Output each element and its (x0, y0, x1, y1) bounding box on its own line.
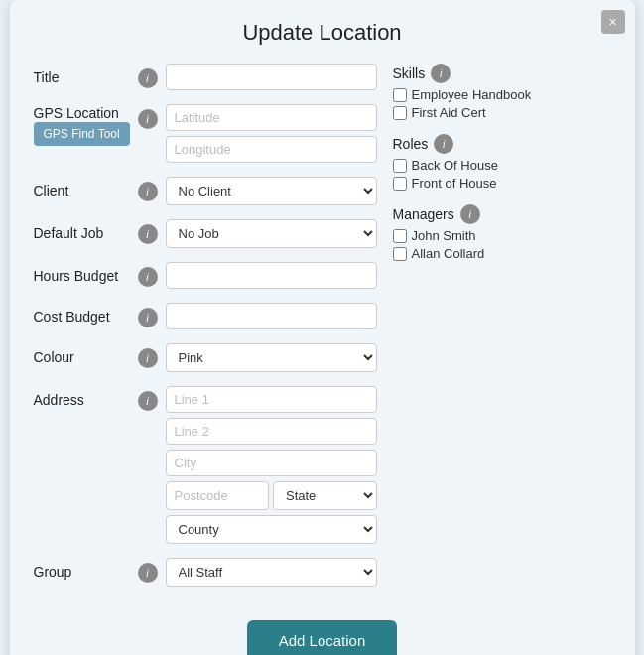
gps-row: GPS Location GPS Find Tool i (34, 104, 377, 163)
close-button[interactable]: × (601, 10, 625, 34)
colour-info-icon[interactable]: i (138, 348, 158, 368)
managers-info-icon[interactable]: i (460, 204, 480, 224)
roles-list: Back Of House Front of House (393, 158, 611, 191)
client-label: Client (34, 177, 138, 198)
left-column: Title i GPS Location GPS Find Tool i (34, 64, 377, 600)
default-job-select[interactable]: No Job (166, 219, 377, 248)
role-front-of-house-checkbox[interactable] (393, 177, 407, 191)
manager-john-smith-label: John Smith (412, 228, 476, 243)
colour-row: Colour i Pink (34, 343, 377, 372)
modal-title: Update Location (34, 20, 611, 46)
address-city-input[interactable] (166, 450, 377, 476)
default-job-label: Default Job (34, 219, 138, 241)
address-row: Address i State County (34, 386, 377, 544)
title-input[interactable] (166, 64, 377, 90)
managers-section: Managers i John Smith Allan Collard (393, 204, 611, 261)
address-line2-input[interactable] (166, 418, 377, 445)
update-location-modal: × Update Location Title i GPS Location G… (10, 0, 635, 655)
latitude-input[interactable] (166, 104, 377, 131)
client-select[interactable]: No Client (166, 177, 377, 205)
role-back-of-house[interactable]: Back Of House (393, 158, 611, 173)
role-back-of-house-checkbox[interactable] (393, 159, 407, 173)
gps-find-button[interactable]: GPS Find Tool (34, 122, 130, 146)
roles-label: Roles (393, 136, 429, 152)
cost-budget-input[interactable]: 10000 (166, 303, 377, 329)
gps-info-icon[interactable]: i (138, 109, 158, 129)
skills-label: Skills (393, 66, 426, 81)
group-label: Group (34, 558, 138, 580)
hours-budget-row: Hours Budget i 100 (34, 262, 377, 289)
hours-budget-label: Hours Budget (34, 262, 138, 284)
cost-budget-control: 10000 (166, 303, 377, 329)
title-row: Title i (34, 64, 377, 90)
manager-allan-collard-checkbox[interactable] (393, 247, 407, 261)
address-label: Address (34, 386, 138, 408)
title-label: Title (34, 64, 138, 85)
skill-employee-handbook-label: Employee Handbook (412, 87, 532, 102)
manager-john-smith[interactable]: John Smith (393, 228, 611, 243)
group-control: All Staff (166, 558, 377, 587)
managers-label-row: Managers i (393, 204, 611, 224)
managers-label: Managers (393, 206, 454, 222)
title-control (166, 64, 377, 90)
skill-first-aid-cert[interactable]: First Aid Cert (393, 105, 611, 120)
roles-info-icon[interactable]: i (434, 134, 453, 154)
hours-budget-input[interactable]: 100 (166, 262, 377, 289)
roles-section: Roles i Back Of House Front of House (393, 134, 611, 191)
client-row: Client i No Client (34, 177, 377, 205)
colour-control: Pink (166, 343, 377, 372)
default-job-control: No Job (166, 219, 377, 248)
address-county-select[interactable]: County (166, 515, 377, 544)
skills-label-row: Skills i (393, 64, 611, 83)
add-location-row: Add Location (34, 620, 611, 655)
group-row: Group i All Staff (34, 558, 377, 587)
manager-allan-collard-label: Allan Collard (412, 246, 485, 261)
default-job-info-icon[interactable]: i (138, 224, 158, 244)
group-info-icon[interactable]: i (138, 563, 158, 583)
default-job-row: Default Job i No Job (34, 219, 377, 248)
address-postcode-input[interactable] (166, 481, 270, 510)
add-location-button[interactable]: Add Location (247, 620, 398, 655)
role-front-of-house[interactable]: Front of House (393, 176, 611, 191)
cost-budget-row: Cost Budget i 10000 (34, 303, 377, 329)
client-control: No Client (166, 177, 377, 205)
colour-select[interactable]: Pink (166, 343, 377, 372)
address-line1-input[interactable] (166, 386, 377, 413)
colour-label: Colour (34, 343, 138, 365)
client-info-icon[interactable]: i (138, 182, 158, 201)
cost-budget-info-icon[interactable]: i (138, 308, 158, 328)
longitude-input[interactable] (166, 136, 377, 163)
cost-budget-label: Cost Budget (34, 303, 138, 325)
address-state-select[interactable]: State (273, 481, 377, 510)
skills-section: Skills i Employee Handbook First Aid Cer… (393, 64, 611, 120)
manager-john-smith-checkbox[interactable] (393, 229, 407, 243)
group-select[interactable]: All Staff (166, 558, 377, 587)
skill-employee-handbook[interactable]: Employee Handbook (393, 87, 611, 102)
right-column: Skills i Employee Handbook First Aid Cer… (393, 64, 611, 600)
skill-first-aid-cert-checkbox[interactable] (393, 106, 407, 120)
hours-budget-info-icon[interactable]: i (138, 267, 158, 287)
title-info-icon[interactable]: i (138, 68, 158, 88)
roles-label-row: Roles i (393, 134, 611, 154)
address-fields: State County (166, 386, 377, 544)
role-front-of-house-label: Front of House (412, 176, 497, 191)
manager-allan-collard[interactable]: Allan Collard (393, 246, 611, 261)
address-info-icon[interactable]: i (138, 391, 158, 411)
gps-label: GPS Location (34, 99, 119, 121)
skills-list: Employee Handbook First Aid Cert (393, 87, 611, 120)
skills-info-icon[interactable]: i (431, 64, 451, 83)
postcode-state-row: State (166, 481, 377, 510)
managers-list: John Smith Allan Collard (393, 228, 611, 261)
hours-budget-control: 100 (166, 262, 377, 289)
skill-first-aid-cert-label: First Aid Cert (412, 105, 486, 120)
gps-inputs (166, 104, 377, 163)
role-back-of-house-label: Back Of House (412, 158, 498, 173)
skill-employee-handbook-checkbox[interactable] (393, 88, 407, 102)
